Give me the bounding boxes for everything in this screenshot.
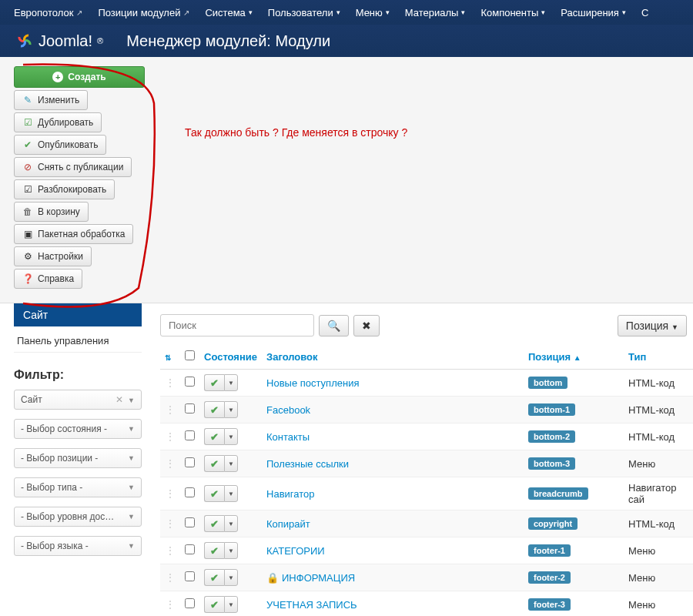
search-clear-button[interactable]: ✖ [353,315,380,336]
row-checkbox[interactable] [185,571,195,581]
drag-handle-icon[interactable]: ⋮ [165,377,176,389]
checkbox-icon: ☑ [22,184,33,195]
state-dropdown-caret[interactable]: ▼ [224,596,238,613]
state-toggle[interactable]: ✔▼ [204,542,238,559]
topnav-item[interactable]: Европотолок↗ [6,7,90,18]
drag-handle-icon[interactable]: ⋮ [165,403,176,416]
state-toggle[interactable]: ✔▼ [204,485,238,502]
filter-state[interactable]: - Выбор состояния -▼ [14,419,142,439]
search-input[interactable] [160,314,314,336]
topnav-item[interactable]: Расширения▾ [553,7,634,18]
col-state[interactable]: Состояние [199,344,262,370]
state-toggle[interactable]: ✔▼ [204,428,238,445]
drag-handle-icon[interactable]: ⋮ [165,517,176,530]
state-dropdown-caret[interactable]: ▼ [224,428,238,445]
module-title-link[interactable]: ИНФОРМАЦИЯ [282,572,355,584]
state-dropdown-caret[interactable]: ▼ [224,542,238,559]
table-row: ⋮✔▼УЧЕТНАЯ ЗАПИСЬfooter-3Меню [160,591,693,617]
modules-table: ⇅ Состояние Заголовок Позиция ▲ Тип ⋮✔▼Н… [160,344,693,616]
drag-handle-icon[interactable]: ⋮ [165,430,176,443]
row-checkbox[interactable] [185,487,195,497]
drag-handle-icon[interactable]: ⋮ [165,598,176,611]
question-icon: ❓ [22,273,33,284]
filter-access[interactable]: - Выбор уровня дос…▼ [14,507,142,527]
gear-icon: ⚙ [22,251,33,262]
sort-order-icon[interactable]: ⇅ [165,353,171,362]
sidebar-active-tab[interactable]: Сайт [14,303,142,326]
published-icon: ✔ [210,488,219,500]
publish-button[interactable]: ✔Опубликовать [14,135,106,155]
topnav-item[interactable]: Компоненты▾ [473,7,553,18]
table-row: ⋮✔▼Полезные ссылкиbottom-3Меню [160,450,693,477]
published-icon: ✔ [210,545,219,557]
state-dropdown-caret[interactable]: ▼ [224,455,238,472]
module-title-link[interactable]: Facebook [266,404,310,416]
topnav-item[interactable]: Система▾ [197,7,259,18]
col-title[interactable]: Заголовок [262,344,524,370]
filter-position[interactable]: - Выбор позиции -▼ [14,448,142,468]
module-type: Меню [624,564,693,591]
batch-button[interactable]: ▣Пакетная обработка [14,224,133,244]
module-title-link[interactable]: УЧЕТНАЯ ЗАПИСЬ [266,599,357,611]
x-icon: ✖ [362,320,371,332]
filter-type[interactable]: - Выбор типа -▼ [14,477,142,497]
row-checkbox[interactable] [185,377,195,387]
row-checkbox[interactable] [185,403,195,413]
unpublish-button[interactable]: ⊘Снять с публикации [14,157,132,177]
select-all-checkbox[interactable] [185,350,195,360]
options-button[interactable]: ⚙Настройки [14,246,92,266]
module-title-link[interactable]: Копирайт [266,518,310,530]
sort-select[interactable]: Позиция ▼ [618,315,687,336]
topnav-item[interactable]: Меню▾ [348,7,397,18]
joomla-logo[interactable]: Joomla!® [15,32,103,50]
lock-icon: 🔒 [266,572,279,584]
edit-button[interactable]: ✎Изменить [14,90,88,110]
trash-button[interactable]: 🗑В корзину [14,202,89,222]
state-toggle[interactable]: ✔▼ [204,455,238,472]
module-title-link[interactable]: Навигатор [266,488,314,500]
row-checkbox[interactable] [185,598,195,608]
topnav-item[interactable]: Пользователи▾ [260,7,348,18]
duplicate-button[interactable]: ☑Дублировать [14,112,102,132]
state-toggle[interactable]: ✔▼ [204,569,238,586]
row-checkbox[interactable] [185,544,195,554]
filter-client[interactable]: Сайт✕▼ [14,390,142,410]
topnav-item[interactable]: С [634,7,656,18]
state-toggle[interactable]: ✔▼ [204,515,238,532]
module-title-link[interactable]: КАТЕГОРИИ [266,545,325,557]
drag-handle-icon[interactable]: ⋮ [165,457,176,470]
state-dropdown-caret[interactable]: ▼ [224,515,238,532]
state-dropdown-caret[interactable]: ▼ [224,374,238,391]
module-title-link[interactable]: Полезные ссылки [266,458,349,470]
row-checkbox[interactable] [185,457,195,467]
help-button[interactable]: ❓Справка [14,269,82,289]
topnav-item[interactable]: Материалы▾ [397,7,474,18]
state-toggle[interactable]: ✔▼ [204,596,238,613]
state-dropdown-caret[interactable]: ▼ [224,569,238,586]
drag-handle-icon[interactable]: ⋮ [165,544,176,557]
sidebar-link-cpanel[interactable]: Панель управления [14,330,142,353]
clear-icon[interactable]: ✕ [116,394,123,405]
state-dropdown-caret[interactable]: ▼ [224,485,238,502]
state-toggle[interactable]: ✔▼ [204,401,238,418]
module-title-link[interactable]: Контакты [266,431,310,443]
row-checkbox[interactable] [185,517,195,527]
new-button[interactable]: +Создать [14,66,145,88]
filter-language[interactable]: - Выбор языка -▼ [14,536,142,556]
col-position[interactable]: Позиция ▲ [524,344,624,370]
search-icon: 🔍 [327,320,340,332]
search-bar: 🔍 ✖ Позиция ▼ [160,314,693,336]
state-dropdown-caret[interactable]: ▼ [224,401,238,418]
search-submit-button[interactable]: 🔍 [319,315,349,336]
drag-handle-icon[interactable]: ⋮ [165,487,176,500]
module-title-link[interactable]: Новые поступления [266,377,359,389]
checkin-button[interactable]: ☑Разблокировать [14,179,115,199]
table-row: ⋮✔▼НавигаторbreadcrumbНавигатор сай [160,477,693,511]
sidebar: Сайт Панель управления Фильтр: Сайт✕▼ - … [0,303,152,616]
col-type[interactable]: Тип [624,344,693,370]
topnav-item[interactable]: Позиции модулей↗ [90,7,197,18]
state-toggle[interactable]: ✔▼ [204,374,238,391]
drag-handle-icon[interactable]: ⋮ [165,571,176,584]
row-checkbox[interactable] [185,430,195,440]
published-icon: ✔ [210,404,219,416]
